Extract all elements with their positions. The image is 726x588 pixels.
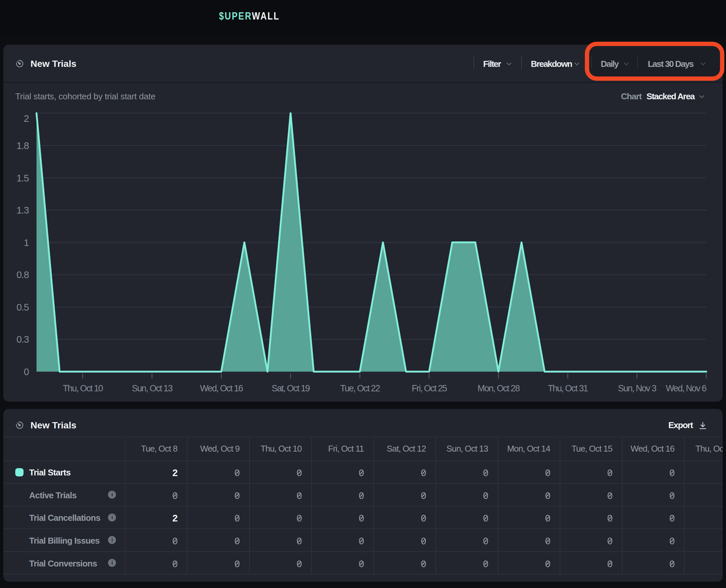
svg-text:1: 1 [24,237,29,248]
svg-text:Sun, Oct 13: Sun, Oct 13 [132,383,173,393]
svg-text:1.5: 1.5 [17,173,29,184]
svg-text:Wed, Oct 16: Wed, Oct 16 [200,383,243,393]
svg-text:0: 0 [24,366,29,377]
svg-text:Sun, Nov 3: Sun, Nov 3 [618,383,656,393]
svg-text:Sat, Oct 19: Sat, Oct 19 [272,383,310,393]
svg-text:1.3: 1.3 [17,205,29,215]
svg-text:Thu, Oct 10: Thu, Oct 10 [63,383,103,393]
svg-text:Wed, Nov 6: Wed, Nov 6 [666,383,706,393]
svg-text:2: 2 [24,113,29,124]
svg-text:Tue, Oct 22: Tue, Oct 22 [340,383,380,393]
svg-text:0.5: 0.5 [17,302,29,313]
svg-text:0.8: 0.8 [17,270,29,280]
svg-text:Fri, Oct 25: Fri, Oct 25 [412,383,447,393]
svg-text:0.3: 0.3 [17,334,29,345]
svg-text:Mon, Oct 28: Mon, Oct 28 [478,383,520,393]
svg-text:Thu, Oct 31: Thu, Oct 31 [548,383,588,393]
svg-text:1.8: 1.8 [17,140,29,151]
